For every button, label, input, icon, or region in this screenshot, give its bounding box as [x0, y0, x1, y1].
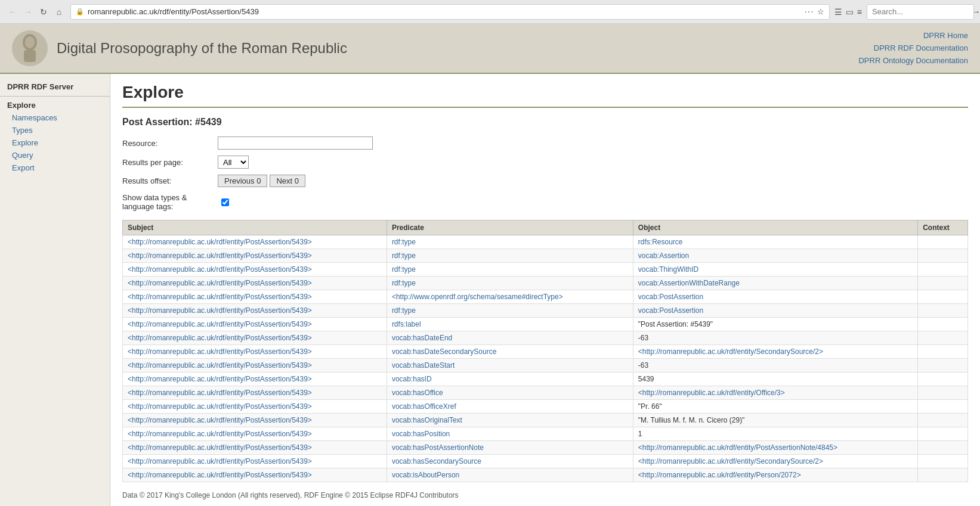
results-per-page-select[interactable]: All 10 25 50 100	[218, 156, 249, 169]
home-button[interactable]: ⌂	[52, 5, 66, 18]
cell-predicate: vocab:hasPosition	[387, 427, 633, 441]
sidebar-item-explore-main[interactable]: Explore	[0, 99, 110, 111]
cell-context	[918, 400, 968, 414]
subject-link[interactable]: <http://romanrepublic.ac.uk/rdf/entity/P…	[128, 361, 312, 370]
predicate-link[interactable]: vocab:hasPostAssertionNote	[392, 443, 484, 452]
nav-dprr-ontology-doc[interactable]: DPRR Ontology Documentation	[858, 55, 968, 67]
object-link[interactable]: vocab:AssertionWithDateRange	[638, 279, 740, 287]
col-subject: Subject	[123, 221, 387, 235]
cell-object: vocab:Assertion	[633, 249, 917, 263]
subject-link[interactable]: <http://romanrepublic.ac.uk/rdf/entity/P…	[128, 320, 312, 328]
cell-object: "M. Tullius M. f. M. n. Cicero (29)"	[633, 414, 917, 427]
subject-link[interactable]: <http://romanrepublic.ac.uk/rdf/entity/P…	[128, 334, 312, 342]
predicate-link[interactable]: vocab:hasID	[392, 375, 432, 383]
svg-point-2	[25, 36, 35, 48]
cell-context	[918, 359, 968, 372]
site-header: Digital Prosopography of the Roman Repub…	[0, 24, 980, 74]
subject-link[interactable]: <http://romanrepublic.ac.uk/rdf/entity/P…	[128, 238, 312, 246]
subject-link[interactable]: <http://romanrepublic.ac.uk/rdf/entity/P…	[128, 402, 312, 411]
predicate-link[interactable]: rdf:type	[392, 279, 416, 287]
previous-button[interactable]: Previous 0	[218, 175, 267, 187]
nav-dprr-home[interactable]: DPRR Home	[858, 30, 968, 42]
predicate-link[interactable]: rdf:type	[392, 252, 416, 260]
subject-link[interactable]: <http://romanrepublic.ac.uk/rdf/entity/P…	[128, 471, 312, 479]
subject-link[interactable]: <http://romanrepublic.ac.uk/rdf/entity/P…	[128, 306, 312, 315]
menu-icon[interactable]: ≡	[857, 7, 862, 17]
reload-button[interactable]: ↻	[37, 5, 50, 18]
url-input[interactable]	[88, 7, 800, 16]
subject-link[interactable]: <http://romanrepublic.ac.uk/rdf/entity/P…	[128, 279, 312, 287]
subject-link[interactable]: <http://romanrepublic.ac.uk/rdf/entity/P…	[128, 443, 312, 452]
data-table: Subject Predicate Object Context <http:/…	[122, 220, 968, 482]
predicate-link[interactable]: vocab:hasPosition	[392, 430, 450, 438]
resource-label: Resource:	[122, 139, 218, 148]
cell-context	[918, 414, 968, 427]
object-link[interactable]: <http://romanrepublic.ac.uk/rdf/entity/S…	[638, 457, 823, 465]
object-link[interactable]: <http://romanrepublic.ac.uk/rdf/entity/S…	[638, 347, 823, 356]
table-row: <http://romanrepublic.ac.uk/rdf/entity/P…	[123, 427, 968, 441]
object-link[interactable]: vocab:PostAssertion	[638, 306, 703, 315]
predicate-link[interactable]: rdfs:label	[392, 320, 421, 328]
browser-tools: ☰ ▭ ≡	[834, 7, 862, 17]
sidebar: DPRR RDF Server Explore Namespaces Types…	[0, 74, 110, 506]
sidebar-item-explore[interactable]: Explore	[0, 136, 110, 149]
sidebar-item-namespaces[interactable]: Namespaces	[0, 111, 110, 124]
subject-link[interactable]: <http://romanrepublic.ac.uk/rdf/entity/P…	[128, 375, 312, 383]
extensions-icon[interactable]: ☰	[834, 7, 842, 17]
predicate-link[interactable]: vocab:hasOfficeXref	[392, 402, 456, 411]
predicate-link[interactable]: vocab:hasOffice	[392, 389, 443, 397]
cell-predicate: <http://www.openrdf.org/schema/sesame#di…	[387, 290, 633, 304]
forward-button[interactable]: →	[21, 5, 35, 18]
object-link[interactable]: <http://romanrepublic.ac.uk/rdf/entity/O…	[638, 389, 785, 397]
browser-search-input[interactable]	[872, 7, 972, 16]
subject-link[interactable]: <http://romanrepublic.ac.uk/rdf/entity/P…	[128, 252, 312, 260]
bookmark-icon[interactable]: ☆	[817, 7, 824, 16]
object-link[interactable]: <http://romanrepublic.ac.uk/rdf/entity/P…	[638, 443, 837, 452]
subject-link[interactable]: <http://romanrepublic.ac.uk/rdf/entity/P…	[128, 457, 312, 465]
object-link[interactable]: vocab:Assertion	[638, 252, 689, 260]
object-link[interactable]: vocab:ThingWithID	[638, 265, 698, 274]
show-data-types-checkbox[interactable]	[221, 198, 229, 206]
next-button[interactable]: Next 0	[270, 175, 305, 187]
predicate-link[interactable]: rdf:type	[392, 306, 416, 315]
show-data-types-label: Show data types & language tags:	[122, 193, 218, 211]
subject-link[interactable]: <http://romanrepublic.ac.uk/rdf/entity/P…	[128, 389, 312, 397]
cell-predicate: vocab:isAboutPerson	[387, 468, 633, 482]
cell-context	[918, 386, 968, 400]
subject-link[interactable]: <http://romanrepublic.ac.uk/rdf/entity/P…	[128, 347, 312, 356]
cell-context	[918, 345, 968, 359]
object-link[interactable]: <http://romanrepublic.ac.uk/rdf/entity/P…	[638, 471, 801, 479]
cell-object: "Post Assertion: #5439"	[633, 318, 917, 331]
cell-subject: <http://romanrepublic.ac.uk/rdf/entity/P…	[123, 290, 387, 304]
cell-object: "Pr. 66"	[633, 400, 917, 414]
tab-manager-icon[interactable]: ▭	[846, 7, 854, 17]
predicate-link[interactable]: vocab:hasDateEnd	[392, 334, 452, 342]
browser-search[interactable]: →	[867, 4, 974, 20]
results-offset-row: Results offset: Previous 0 Next 0	[122, 175, 968, 187]
predicate-link[interactable]: vocab:hasOriginalText	[392, 416, 462, 424]
sidebar-item-export[interactable]: Export	[0, 162, 110, 174]
predicate-link[interactable]: rdf:type	[392, 238, 416, 246]
subject-link[interactable]: <http://romanrepublic.ac.uk/rdf/entity/P…	[128, 293, 312, 301]
cell-subject: <http://romanrepublic.ac.uk/rdf/entity/P…	[123, 455, 387, 468]
sidebar-item-query[interactable]: Query	[0, 149, 110, 162]
predicate-link[interactable]: vocab:hasDateSecondarySource	[392, 347, 496, 356]
address-bar[interactable]: 🔒 ⋯ ☆	[70, 4, 830, 20]
predicate-link[interactable]: vocab:hasSecondarySource	[392, 457, 481, 465]
subject-link[interactable]: <http://romanrepublic.ac.uk/rdf/entity/P…	[128, 430, 312, 438]
predicate-link[interactable]: rdf:type	[392, 265, 416, 274]
back-button[interactable]: ←	[6, 5, 19, 18]
subject-link[interactable]: <http://romanrepublic.ac.uk/rdf/entity/P…	[128, 416, 312, 424]
cell-predicate: vocab:hasOffice	[387, 386, 633, 400]
cell-object: vocab:PostAssertion	[633, 304, 917, 318]
object-link[interactable]: vocab:PostAssertion	[638, 293, 703, 301]
show-data-types-row: Show data types & language tags:	[122, 193, 968, 211]
subject-link[interactable]: <http://romanrepublic.ac.uk/rdf/entity/P…	[128, 265, 312, 274]
object-link[interactable]: rdfs:Resource	[638, 238, 683, 246]
predicate-link[interactable]: vocab:hasDateStart	[392, 361, 455, 370]
nav-dprr-rdf-doc[interactable]: DPRR RDF Documentation	[858, 42, 968, 55]
predicate-link[interactable]: <http://www.openrdf.org/schema/sesame#di…	[392, 293, 563, 301]
sidebar-item-types[interactable]: Types	[0, 124, 110, 136]
resource-input[interactable]	[218, 136, 373, 150]
predicate-link[interactable]: vocab:isAboutPerson	[392, 471, 459, 479]
